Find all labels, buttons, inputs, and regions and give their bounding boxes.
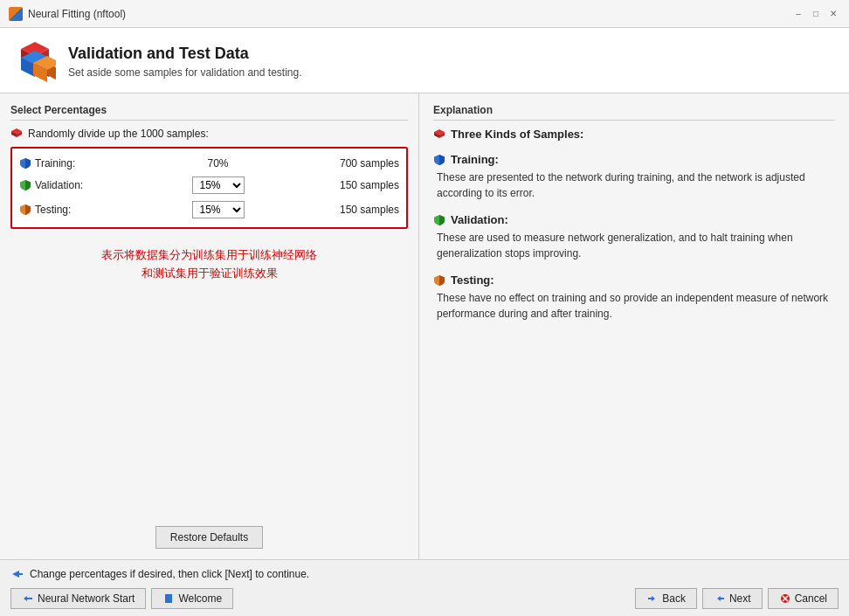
- neural-network-start-button[interactable]: Neural Network Start: [10, 588, 146, 609]
- validation-select[interactable]: 5% 10% 15% 20% 25%: [192, 176, 245, 194]
- right-panel: Explanation Three Kinds of Samples: Trai…: [419, 93, 849, 559]
- svg-rect-18: [169, 594, 172, 603]
- testing-pct: 5% 10% 15% 20% 25%: [115, 201, 321, 218]
- svg-rect-17: [165, 594, 169, 603]
- training-label: Training:: [19, 157, 115, 170]
- testing-label: Testing:: [19, 204, 115, 216]
- training-pct: 70%: [115, 157, 321, 170]
- close-button[interactable]: ✕: [826, 7, 840, 21]
- main-panels: Select Percentages Randomly divide up th…: [0, 93, 849, 559]
- testing-select[interactable]: 5% 10% 15% 20% 25%: [192, 201, 245, 218]
- left-panel: Select Percentages Randomly divide up th…: [0, 93, 419, 559]
- testing-expl-text: These have no effect on training and so …: [433, 290, 835, 322]
- next-icon: [714, 592, 726, 605]
- svg-marker-16: [24, 596, 32, 601]
- hint-text: Change percentages if desired, then clic…: [30, 568, 309, 580]
- cancel-icon: [779, 592, 791, 605]
- annotation-text: 表示将数据集分为训练集用于训练神经网络和测试集用于验证训练效果: [10, 246, 408, 283]
- header-icon: [14, 40, 56, 82]
- testing-expl-label: Testing:: [433, 273, 835, 287]
- title-bar: Neural Fitting (nftool) – □ ✕: [0, 0, 849, 28]
- training-samples: 700 samples: [321, 157, 399, 170]
- app-icon: [9, 7, 23, 21]
- testing-row: Testing: 5% 10% 15% 20% 25% 150 samples: [19, 197, 399, 222]
- svg-marker-19: [648, 596, 655, 601]
- validation-row: Validation: 5% 10% 15% 20% 25% 150 sampl…: [19, 173, 399, 197]
- cancel-button[interactable]: Cancel: [768, 588, 839, 609]
- maximize-button[interactable]: □: [809, 7, 823, 21]
- training-explanation: Training: These are presented to the net…: [433, 153, 835, 201]
- training-row: Training: 70% 700 samples: [19, 154, 399, 173]
- training-expl-icon: [433, 154, 445, 166]
- training-expl-text: These are presented to the network durin…: [433, 170, 835, 201]
- testing-explanation: Testing: These have no effect on trainin…: [433, 273, 835, 322]
- window-title: Neural Fitting (nftool): [28, 8, 791, 20]
- validation-shield-icon: [19, 179, 31, 191]
- validation-expl-icon: [433, 214, 445, 226]
- samples-info: Randomly divide up the 1000 samples:: [10, 128, 408, 140]
- samples-text: Randomly divide up the 1000 samples:: [28, 128, 209, 140]
- hint-arrow-icon: [10, 567, 24, 581]
- validation-pct: 5% 10% 15% 20% 25%: [115, 176, 321, 194]
- welcome-icon: [162, 592, 175, 605]
- welcome-button[interactable]: Welcome: [151, 588, 233, 609]
- three-kinds-icon: [433, 128, 445, 141]
- header-title: Validation and Test Data: [68, 45, 301, 63]
- validation-samples: 150 samples: [321, 179, 399, 191]
- back-button[interactable]: Back: [635, 588, 697, 609]
- minimize-button[interactable]: –: [791, 7, 805, 21]
- testing-shield-icon: [19, 204, 31, 216]
- nav-row: Neural Network Start Welcome Back Next: [10, 588, 839, 609]
- header-subtitle: Set aside some samples for validation an…: [68, 66, 301, 79]
- validation-expl-label: Validation:: [433, 213, 835, 226]
- header-section: Validation and Test Data Set aside some …: [0, 28, 849, 93]
- data-table: Training: 70% 700 samples Validation: 5%: [10, 147, 408, 229]
- three-kinds-label: Three Kinds of Samples:: [433, 128, 835, 141]
- neural-network-start-icon: [22, 592, 34, 605]
- training-expl-label: Training:: [433, 153, 835, 166]
- bottom-bar: Change percentages if desired, then clic…: [0, 559, 849, 616]
- right-section-title: Explanation: [433, 104, 835, 121]
- three-kinds-header: Three Kinds of Samples:: [433, 128, 835, 141]
- back-icon: [646, 592, 659, 605]
- svg-marker-20: [717, 596, 724, 601]
- next-button[interactable]: Next: [702, 588, 763, 609]
- restore-defaults-button[interactable]: Restore Defaults: [155, 526, 263, 549]
- svg-marker-15: [12, 571, 23, 578]
- validation-expl-text: These are used to measure network genera…: [433, 230, 835, 261]
- window-controls[interactable]: – □ ✕: [791, 7, 840, 21]
- training-shield-icon: [19, 157, 31, 170]
- hint-row: Change percentages if desired, then clic…: [10, 567, 839, 581]
- validation-explanation: Validation: These are used to measure ne…: [433, 213, 835, 261]
- testing-samples: 150 samples: [321, 204, 399, 216]
- testing-expl-icon: [433, 274, 445, 287]
- validation-label: Validation:: [19, 179, 115, 191]
- samples-icon: [10, 128, 23, 140]
- header-text: Validation and Test Data Set aside some …: [68, 45, 301, 79]
- left-section-title: Select Percentages: [10, 104, 408, 121]
